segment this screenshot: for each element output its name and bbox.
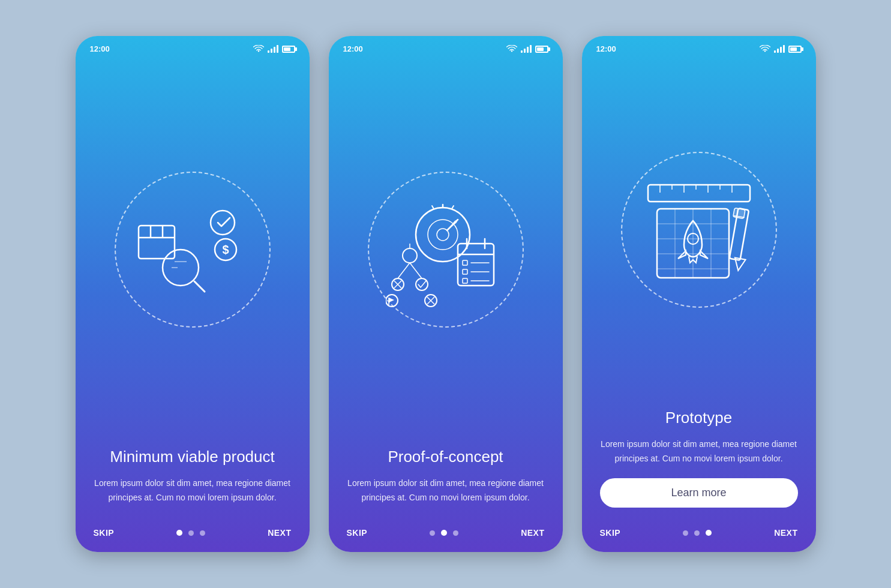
battery-2 [535,46,548,53]
svg-rect-43 [648,185,750,202]
screen-title-1: Minimum viable product [94,447,292,467]
svg-text:$: $ [222,243,229,256]
screen-description-2: Lorem ipsum dolor sit dim amet, mea regi… [347,476,545,505]
screens-container: 12:00 [76,36,816,552]
bottom-nav-3: SKIP NEXT [582,518,816,552]
text-content-3: Prototype Lorem ipsum dolor sit dim amet… [582,396,816,518]
svg-point-29 [403,248,417,263]
bottom-nav-1: SKIP NEXT [76,518,310,552]
screen-2: 12:00 [329,36,563,552]
dot-3-3 [706,530,712,536]
svg-point-4 [163,250,199,286]
skip-button-3[interactable]: SKIP [600,528,621,538]
screen-1: 12:00 [76,36,310,552]
screen-description-3: Lorem ipsum dolor sit dim amet, mea regi… [600,437,798,466]
status-bar-1: 12:00 [76,36,310,58]
mvp-icon: $ [133,190,253,310]
status-icons-3 [760,45,802,53]
skip-button-2[interactable]: SKIP [347,528,368,538]
screen-3: 12:00 [582,36,816,552]
poc-icon [386,190,506,310]
svg-rect-19 [458,244,494,286]
battery-3 [788,46,802,53]
dashed-circle-1: $ [115,172,271,328]
dot-3-2 [694,530,700,536]
signal-bars-2 [521,45,532,53]
dot-2-2 [441,530,447,536]
status-icons-2 [506,45,548,53]
screen-title-2: Proof-of-concept [347,447,545,467]
prototype-icon [639,170,759,290]
dot-1-3 [200,530,205,536]
wifi-icon-3 [760,45,770,53]
wifi-icon-2 [506,45,517,53]
screen-title-3: Prototype [600,408,798,428]
skip-button-1[interactable]: SKIP [94,528,115,538]
dots-3 [683,530,712,536]
svg-marker-39 [389,298,394,302]
next-button-3[interactable]: NEXT [774,528,797,538]
illustration-3 [582,58,816,396]
dot-3-1 [683,530,688,536]
dot-2-1 [430,530,435,536]
bottom-nav-2: SKIP NEXT [329,518,563,552]
text-content-1: Minimum viable product Lorem ipsum dolor… [76,435,310,518]
svg-point-6 [211,211,235,235]
wifi-icon-1 [253,45,264,53]
screen-description-1: Lorem ipsum dolor sit dim amet, mea regi… [94,476,292,505]
svg-rect-23 [463,260,467,265]
dots-2 [430,530,458,536]
dot-1-1 [176,530,182,536]
svg-rect-63 [733,208,745,219]
time-1: 12:00 [90,44,110,53]
next-button-2[interactable]: NEXT [521,528,544,538]
battery-1 [282,46,295,53]
time-3: 12:00 [596,44,616,53]
svg-line-31 [398,263,410,278]
svg-line-14 [452,206,454,209]
text-content-2: Proof-of-concept Lorem ipsum dolor sit d… [329,435,563,518]
svg-rect-25 [463,269,467,274]
dashed-circle-3 [621,152,777,308]
status-icons-1 [253,45,295,53]
illustration-1: $ [76,58,310,435]
next-button-1[interactable]: NEXT [268,528,291,538]
status-bar-2: 12:00 [329,36,563,58]
signal-bars-1 [268,45,278,53]
signal-bars-3 [774,45,785,53]
svg-line-32 [410,263,422,278]
dot-1-2 [188,530,194,536]
svg-point-36 [416,278,428,290]
svg-rect-27 [463,278,467,283]
illustration-2 [329,58,563,435]
svg-point-11 [416,208,470,262]
dashed-circle-2 [368,172,524,328]
dot-2-3 [453,530,458,536]
status-bar-3: 12:00 [582,36,816,58]
learn-more-button[interactable]: Learn more [600,478,798,508]
svg-line-5 [194,281,205,292]
svg-line-13 [432,206,434,209]
time-2: 12:00 [343,44,363,53]
dots-1 [176,530,205,536]
